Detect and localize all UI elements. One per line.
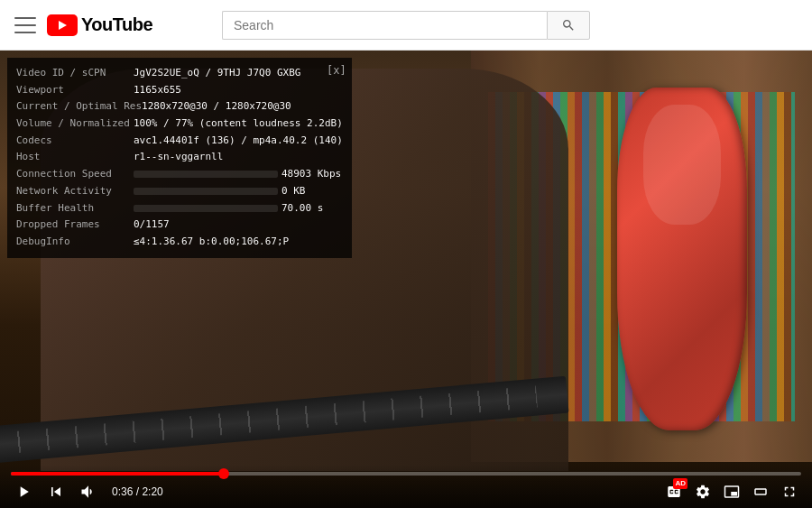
debug-row: Viewport1165x655 bbox=[16, 82, 343, 99]
debug-row-label: Viewport bbox=[16, 82, 134, 99]
play-button[interactable] bbox=[11, 481, 36, 503]
debug-row: Volume / Normalized100% / 77% (content l… bbox=[16, 115, 343, 133]
debug-row-value: ≤4:1.36.67 b:0.00;106.67;P bbox=[134, 234, 289, 251]
debug-row-label: Host bbox=[16, 149, 134, 166]
miniplayer-icon bbox=[724, 484, 740, 500]
debug-row-label: Buffer Health bbox=[16, 200, 134, 217]
debug-bar-row: 48903 Kbps bbox=[134, 166, 341, 183]
debug-row-label: Volume / Normalized bbox=[16, 115, 134, 133]
debug-row: Buffer Health 70.00 s bbox=[16, 200, 343, 217]
video-player[interactable]: [x] Video ID / sCPNJgV2S2UE_oQ / 9THJ J7… bbox=[0, 51, 812, 508]
debug-row: Network Activity 0 KB bbox=[16, 183, 343, 200]
time-display: 0:36 / 2:20 bbox=[112, 485, 163, 498]
volume-icon bbox=[79, 483, 97, 501]
right-controls: AD bbox=[662, 482, 801, 502]
search-button[interactable] bbox=[547, 11, 590, 40]
theater-button[interactable] bbox=[749, 482, 772, 502]
debug-row-label: Connection Speed bbox=[16, 166, 134, 183]
progress-fill bbox=[11, 472, 225, 476]
debug-row: Dropped Frames0/1157 bbox=[16, 217, 343, 234]
controls-row: 0:36 / 2:20 AD bbox=[11, 481, 801, 503]
debug-row-label: Current / Optimal Res bbox=[16, 98, 142, 115]
debug-overlay: [x] Video ID / sCPNJgV2S2UE_oQ / 9THJ J7… bbox=[7, 58, 352, 258]
debug-bar-row: 0 KB bbox=[134, 183, 306, 200]
logo-text: YouTube bbox=[81, 14, 152, 35]
debug-close-button[interactable]: [x] bbox=[327, 61, 346, 79]
play-icon bbox=[14, 483, 32, 501]
debug-rows: Video ID / sCPNJgV2S2UE_oQ / 9THJ J7Q0 G… bbox=[16, 65, 343, 251]
debug-row-value: 48903 Kbps bbox=[281, 166, 341, 183]
debug-row-value: avc1.44401f (136) / mp4a.40.2 (140) bbox=[134, 133, 343, 150]
debug-row-value: 100% / 77% (content loudness 2.2dB) bbox=[134, 115, 343, 133]
miniplayer-button[interactable] bbox=[720, 482, 743, 502]
fullscreen-icon bbox=[781, 484, 798, 500]
video-controls: 0:36 / 2:20 AD bbox=[0, 465, 812, 508]
debug-bar-container bbox=[134, 188, 278, 195]
time-current: 0:36 bbox=[112, 485, 133, 498]
debug-row-label: DebugInfo bbox=[16, 234, 134, 251]
debug-row: Hostr1--sn-vggarnll bbox=[16, 149, 343, 166]
debug-row: DebugInfo≤4:1.36.67 b:0.00;106.67;P bbox=[16, 234, 343, 251]
debug-row-value: 70.00 s bbox=[281, 200, 323, 217]
debug-row-value: 1165x655 bbox=[134, 82, 181, 99]
skip-back-icon bbox=[47, 483, 65, 501]
settings-button[interactable] bbox=[691, 482, 715, 502]
youtube-logo-icon bbox=[47, 14, 78, 36]
debug-bar-container bbox=[134, 171, 278, 178]
debug-row-label: Codecs bbox=[16, 133, 134, 150]
debug-row-value: r1--sn-vggarnll bbox=[134, 149, 223, 166]
search-container bbox=[222, 11, 590, 40]
time-total: 2:20 bbox=[142, 485, 162, 498]
debug-row-label: Network Activity bbox=[16, 183, 134, 200]
progress-bar[interactable] bbox=[11, 472, 801, 476]
debug-row: Video ID / sCPNJgV2S2UE_oQ / 9THJ J7Q0 G… bbox=[16, 65, 343, 82]
debug-bar-row: 70.00 s bbox=[134, 200, 323, 217]
debug-row-value: JgV2S2UE_oQ / 9THJ J7Q0 GXBG bbox=[134, 65, 300, 82]
cc-button[interactable]: AD bbox=[662, 482, 686, 502]
debug-row-value: 0/1157 bbox=[134, 217, 170, 234]
theater-icon bbox=[752, 484, 769, 500]
settings-icon bbox=[695, 484, 711, 500]
debug-row: Connection Speed 48903 Kbps bbox=[16, 166, 343, 183]
volume-button[interactable] bbox=[76, 481, 101, 503]
debug-bar-container bbox=[134, 205, 278, 212]
debug-row: Codecsavc1.44401f (136) / mp4a.40.2 (140… bbox=[16, 133, 343, 150]
debug-row-label: Video ID / sCPN bbox=[16, 65, 134, 82]
debug-row-label: Dropped Frames bbox=[16, 217, 134, 234]
red-guitar-scene bbox=[617, 88, 747, 430]
hamburger-button[interactable] bbox=[14, 14, 36, 36]
search-icon bbox=[561, 18, 576, 32]
skip-back-button[interactable] bbox=[43, 481, 69, 503]
debug-row-value: 0 KB bbox=[281, 183, 306, 200]
search-input[interactable] bbox=[222, 11, 547, 40]
fullscreen-button[interactable] bbox=[778, 482, 801, 502]
header: YouTube bbox=[0, 0, 812, 51]
progress-dot bbox=[218, 468, 229, 479]
cc-badge: AD bbox=[673, 478, 687, 489]
debug-row-value: 1280x720@30 / 1280x720@30 bbox=[142, 98, 291, 115]
logo[interactable]: YouTube bbox=[47, 14, 152, 36]
debug-row: Current / Optimal Res1280x720@30 / 1280x… bbox=[16, 98, 343, 115]
